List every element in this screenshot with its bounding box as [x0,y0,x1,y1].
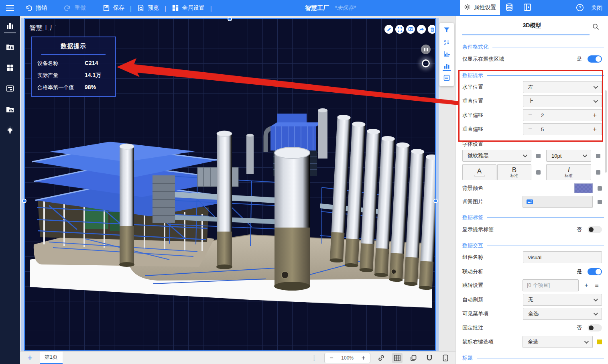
select-value: 全选 [528,338,538,346]
vertical-position-select[interactable]: 上 [523,95,602,107]
resize-handle-left[interactable] [22,199,26,203]
select-value: 左 [528,83,533,91]
bind-indicator[interactable] [596,170,600,175]
form-filter-icon[interactable] [5,83,15,94]
focus-toggle[interactable] [588,55,602,63]
chart-folder-icon[interactable] [5,104,15,115]
gear-icon [464,4,471,12]
page-tab[interactable]: 第1页 [40,352,63,364]
italic-sub: 标准 [565,173,573,178]
rightclick-options-select[interactable]: 全选 [523,336,593,348]
bold-button[interactable]: B标准 [497,164,531,180]
resize-handle-top[interactable] [228,17,232,21]
panel-layout-icon[interactable] [523,3,531,13]
plus-button[interactable]: + [593,125,597,133]
preview-button[interactable]: 预览 [137,4,159,12]
resize-handle-right[interactable] [433,199,438,203]
zoom-in-button[interactable]: + [362,354,365,362]
row-component-name: 组件名称 visual [462,250,602,264]
close-button[interactable]: 关闭 [591,4,602,12]
bind-indicator[interactable] [596,154,600,158]
properties-tab-label: 属性设置 [474,4,496,11]
row-background-image: 背景图片 [462,195,602,209]
mobile-preview-icon[interactable] [440,353,451,363]
undo-button[interactable]: 撤销 [25,4,47,12]
section-tooltip: 数据提示 [462,72,604,79]
comment-icon[interactable] [406,25,415,34]
minus-button[interactable]: − [528,125,532,133]
pin-annotation-toggle[interactable] [588,324,602,331]
select-value: 全选 [528,310,539,317]
font-size-select[interactable]: 10pt [546,150,591,162]
help-icon[interactable]: ? [576,4,584,13]
jump-menu-button[interactable]: ≡ [595,282,598,289]
panel-scrollbar[interactable] [605,90,607,173]
undo-label: 撤销 [36,4,47,12]
chart-filter-icon[interactable] [443,50,451,57]
bar-chart-icon[interactable] [5,21,15,31]
delete-icon[interactable] [428,25,436,34]
filter-icon[interactable] [443,26,451,33]
save-button[interactable]: 保存 [103,4,124,12]
redo-icon [64,4,71,12]
share-icon[interactable] [417,25,426,34]
background-image-picker[interactable] [523,196,593,208]
add-page-button[interactable]: + [27,354,33,362]
plus-button[interactable]: + [593,111,597,119]
bind-indicator[interactable] [536,154,541,158]
link-analysis-toggle[interactable] [588,268,602,275]
vertical-offset-stepper[interactable]: −5+ [523,123,602,135]
preview-icon [137,4,144,12]
sort-az-icon[interactable]: AZ [443,38,451,45]
italic-button[interactable]: I标准 [546,164,591,180]
report-user-icon[interactable] [5,42,15,52]
show-label-toggle[interactable] [588,226,602,233]
pause-button[interactable] [421,45,431,54]
component-name-input[interactable]: visual [523,251,602,263]
global-settings-button[interactable]: 全局设置 [172,4,205,12]
more-options-icon[interactable]: ⋮ [311,354,317,362]
row-vertical-position: 垂直位置 上 [462,94,602,108]
select-value: 微软雅黑 [468,152,488,159]
jump-add-button[interactable]: + [584,282,588,289]
menu-icon[interactable] [0,5,20,11]
background-color-swatch[interactable] [574,183,593,193]
horizontal-offset-stepper[interactable]: −2+ [523,109,602,121]
design-canvas[interactable]: 智慧工厂 数据提示 设备名称 C214 实际产量 14.1万 合格率第一个值 9… [24,18,436,351]
widgets-icon[interactable] [5,63,15,73]
jump-settings-input[interactable]: [0 个项目] [523,279,579,291]
edit-icon[interactable] [384,25,393,34]
row-label: 垂直偏移 [462,126,483,133]
link-icon[interactable] [376,353,386,363]
horizontal-position-select[interactable]: 左 [523,81,602,93]
row-label: 组件名称 [462,254,483,261]
grid-toggle-icon[interactable] [392,353,403,363]
visible-menu-select[interactable]: 全选 [523,308,602,320]
search-icon[interactable] [592,23,599,31]
minus-button[interactable]: − [528,111,532,119]
layers-icon[interactable] [408,353,419,363]
record-ring-button[interactable] [422,59,430,67]
fullscreen-icon[interactable] [395,25,404,34]
bind-indicator[interactable] [598,186,602,191]
redo-button[interactable]: 重做 [64,4,86,12]
zoom-out-button[interactable]: − [329,354,333,362]
stepper-value: 2 [541,112,544,118]
form-list-icon[interactable] [443,74,451,81]
modified-indicator[interactable] [597,340,602,344]
font-color-button[interactable]: A [462,164,496,180]
database-icon[interactable] [505,3,514,13]
tooltip-row-value: C214 [85,60,110,67]
bar-chart-tool-icon[interactable] [443,62,451,69]
input-value: visual [528,254,541,260]
auto-refresh-select[interactable]: 无 [523,294,602,306]
zoom-value: 100% [340,355,355,361]
select-value: 上 [528,98,533,105]
bind-indicator[interactable] [598,200,602,204]
idea-bulb-icon[interactable] [5,125,15,136]
redo-label: 重做 [75,4,86,12]
bind-indicator[interactable] [536,170,541,175]
magnet-icon[interactable] [424,353,435,363]
font-family-select[interactable]: 微软雅黑 [462,150,531,162]
tab-properties[interactable]: 属性设置 [460,0,500,16]
